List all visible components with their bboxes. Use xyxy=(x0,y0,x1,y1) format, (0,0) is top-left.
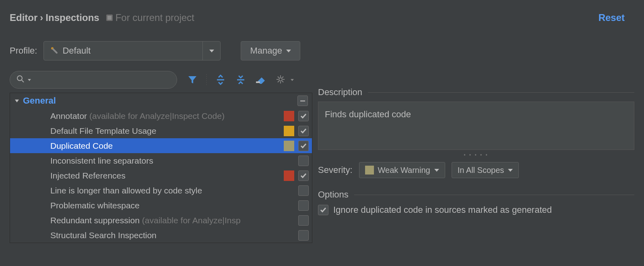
tree-group-header[interactable]: General xyxy=(10,93,312,108)
tree-row-label: Annotator xyxy=(50,111,87,121)
tree-row[interactable]: Redundant suppression (available for Ana… xyxy=(10,213,312,228)
severity-swatch xyxy=(284,141,294,151)
severity-swatch xyxy=(284,126,294,136)
tree-row[interactable]: Annotator (available for Analyze|Inspect… xyxy=(10,108,312,123)
option-label: Ignore duplicated code in sources marked… xyxy=(333,205,552,215)
description-text: Finds duplicated code xyxy=(318,102,634,150)
expander-icon[interactable] xyxy=(14,96,20,106)
gear-dropdown-caret[interactable] xyxy=(291,79,294,81)
severity-row: Severity: Weak Warning In All Scopes xyxy=(318,162,634,178)
chevron-down-icon xyxy=(508,169,513,172)
svg-line-16 xyxy=(278,81,279,82)
filter-icon[interactable] xyxy=(186,73,199,86)
tree-row-right xyxy=(284,141,309,151)
search-input[interactable] xyxy=(10,71,177,89)
breadcrumb-scope-label: For current project xyxy=(116,12,194,23)
profile-select-main[interactable]: Default xyxy=(44,42,202,60)
tree-row-right xyxy=(284,111,309,121)
severity-swatch xyxy=(284,215,294,226)
manage-button[interactable]: Manage xyxy=(241,41,300,60)
svg-rect-1 xyxy=(107,16,111,20)
expand-all-icon[interactable] xyxy=(214,73,227,86)
tree-group-title: General xyxy=(23,96,56,106)
severity-swatch xyxy=(284,185,294,196)
profile-label: Profile: xyxy=(10,46,37,56)
tree-row[interactable]: Line is longer than allowed by code styl… xyxy=(10,183,312,198)
search-dropdown-caret[interactable] xyxy=(28,79,31,81)
toolbar-divider xyxy=(206,74,207,85)
tree-row-label: Structural Search Inspection xyxy=(50,231,157,240)
tree-row[interactable]: Structural Search Inspection xyxy=(10,228,312,243)
tree-row-label: Line is longer than allowed by code styl… xyxy=(50,186,202,195)
tree-row-label: Duplicated Code xyxy=(50,141,113,151)
options-body: Ignore duplicated code in sources marked… xyxy=(318,205,634,215)
svg-line-14 xyxy=(278,77,279,78)
collapse-all-icon[interactable] xyxy=(234,73,247,86)
severity-select[interactable]: Weak Warning xyxy=(359,162,445,178)
chevron-down-icon xyxy=(286,50,291,52)
scope-select[interactable]: In All Scopes xyxy=(452,162,519,178)
profile-row: Profile: Default Manage xyxy=(0,25,644,60)
profile-value: Default xyxy=(62,46,91,56)
breadcrumb: Editor › Inspections For current project… xyxy=(0,0,644,25)
resize-grip[interactable]: • • • • • xyxy=(318,152,634,158)
option-checkbox[interactable] xyxy=(318,205,328,215)
svg-point-3 xyxy=(17,76,22,81)
tree-row-right xyxy=(284,170,309,181)
tree-row-right xyxy=(284,185,309,196)
tree-row[interactable]: Default File Template Usage xyxy=(10,123,312,138)
eraser-icon[interactable] xyxy=(254,73,267,86)
inspections-tree: General Annotator (available for Analyze… xyxy=(10,93,312,243)
group-tristate-checkbox[interactable] xyxy=(297,96,308,106)
severity-swatch xyxy=(365,166,374,175)
inspection-checkbox[interactable] xyxy=(298,230,309,241)
reset-link[interactable]: Reset xyxy=(599,12,625,23)
manage-button-label: Manage xyxy=(250,46,282,56)
severity-swatch xyxy=(284,230,294,241)
search-icon xyxy=(17,75,25,85)
inspection-checkbox[interactable] xyxy=(298,170,309,181)
svg-rect-8 xyxy=(256,81,260,83)
tree-row-label: Redundant suppression xyxy=(50,216,140,225)
tree-row[interactable]: Injected References xyxy=(10,168,312,183)
content-row: General Annotator (available for Analyze… xyxy=(0,60,644,243)
project-scope-icon xyxy=(106,14,113,21)
chevron-down-icon xyxy=(209,50,214,52)
severity-swatch xyxy=(284,200,294,211)
severity-swatch xyxy=(284,156,294,166)
scope-value: In All Scopes xyxy=(458,166,504,175)
breadcrumb-inspections: Inspections xyxy=(45,12,99,23)
tree-row-right xyxy=(284,200,309,211)
tree-row-right xyxy=(284,230,309,241)
inspection-checkbox[interactable] xyxy=(298,185,309,196)
options-heading: Options xyxy=(318,189,634,200)
severity-swatch xyxy=(284,170,294,181)
severity-value: Weak Warning xyxy=(378,166,430,175)
gear-icon[interactable] xyxy=(275,73,287,86)
tree-row-label: Injected References xyxy=(50,171,126,181)
tree-row[interactable]: Problematic whitespace xyxy=(10,198,312,213)
tree-row-label: Inconsistent line separators xyxy=(50,156,153,166)
inspection-checkbox[interactable] xyxy=(298,126,309,136)
severity-swatch xyxy=(284,111,294,121)
inspection-checkbox[interactable] xyxy=(298,156,309,166)
breadcrumb-separator: › xyxy=(40,12,43,23)
breadcrumb-editor[interactable]: Editor xyxy=(10,12,37,23)
svg-line-17 xyxy=(282,77,283,78)
tree-row-right xyxy=(284,126,309,136)
inspection-checkbox[interactable] xyxy=(298,200,309,211)
inspection-checkbox[interactable] xyxy=(298,215,309,226)
tree-row[interactable]: Inconsistent line separators xyxy=(10,153,312,168)
tree-row-label: Problematic whitespace xyxy=(50,201,140,210)
inspection-checkbox[interactable] xyxy=(298,141,309,151)
options-heading-label: Options xyxy=(318,189,349,200)
tree-row[interactable]: Duplicated Code xyxy=(10,138,312,153)
inspection-checkbox[interactable] xyxy=(298,111,309,121)
profile-select[interactable]: Default xyxy=(43,41,221,60)
severity-label: Severity: xyxy=(318,165,353,175)
tree-row-right xyxy=(284,156,309,166)
tree-row-hint: (available for Analyze|Inspect Code) xyxy=(89,111,225,121)
profile-select-caret[interactable] xyxy=(202,42,220,60)
svg-line-4 xyxy=(22,80,24,82)
heading-divider xyxy=(368,92,634,93)
